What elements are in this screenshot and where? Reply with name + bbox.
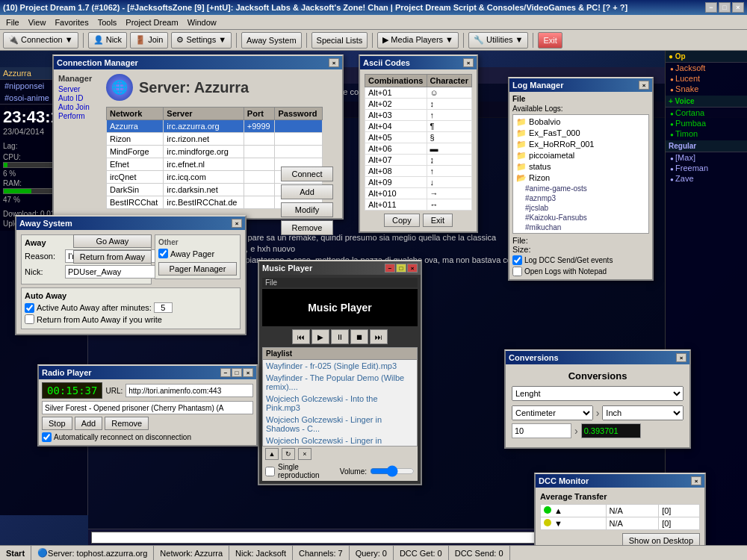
conv-to-select[interactable]: Inch Foot Mile bbox=[602, 405, 684, 420]
stop-button[interactable]: ⏹ bbox=[350, 329, 368, 344]
music-maximize[interactable]: □ bbox=[396, 264, 406, 273]
auto-away-minutes[interactable] bbox=[154, 302, 173, 313]
nick-button[interactable]: 👤 Nick bbox=[88, 32, 127, 49]
play-button[interactable]: ▶ bbox=[311, 329, 329, 344]
playlist-item-2[interactable]: Wojciech Golczewski - Into the Pink.mp3 bbox=[263, 393, 417, 414]
remove-button[interactable]: Remove bbox=[281, 220, 333, 235]
user-freeman[interactable]: Freeman bbox=[666, 163, 747, 173]
minimize-button[interactable]: − bbox=[705, 2, 717, 13]
return-auto-checkbox[interactable] bbox=[25, 314, 34, 324]
connection-button[interactable]: 🔌 Connection ▼ bbox=[3, 32, 78, 49]
connect-button[interactable]: Connect bbox=[281, 167, 333, 181]
ascii-row-010[interactable]: Alt+010→ bbox=[365, 188, 472, 199]
pause-button[interactable]: ⏸ bbox=[331, 329, 349, 344]
radio-close[interactable]: × bbox=[243, 368, 253, 377]
menu-view[interactable]: View bbox=[24, 16, 51, 28]
auto-join-label[interactable]: Auto Join bbox=[58, 103, 103, 111]
auto-reconnect-checkbox[interactable] bbox=[42, 432, 52, 442]
pager-manager-button[interactable]: Pager Manager bbox=[158, 262, 237, 276]
radio-remove-button[interactable]: Remove bbox=[105, 417, 149, 430]
radio-maximize[interactable]: □ bbox=[232, 368, 242, 377]
ascii-row-011[interactable]: Alt+011↔ bbox=[365, 199, 472, 211]
log-file-kaizoku[interactable]: #Kaizoku-Fansubs bbox=[515, 213, 647, 223]
conv-from-select[interactable]: Centimeter Meter Kilometer bbox=[512, 405, 593, 420]
menu-favorites[interactable]: Favorites bbox=[50, 16, 93, 28]
away-system-button[interactable]: Away System bbox=[241, 32, 301, 49]
conn-row-1[interactable]: Rizon irc.rizon.net bbox=[107, 133, 323, 146]
user-zave[interactable]: Zave bbox=[666, 173, 747, 184]
user-snake[interactable]: Snake bbox=[666, 84, 747, 94]
ascii-row-02[interactable]: Alt+02↕ bbox=[365, 99, 472, 110]
radio-stop-button[interactable]: Stop bbox=[42, 417, 72, 430]
playlist-up-button[interactable]: ▲ bbox=[265, 448, 279, 460]
radio-url-input[interactable] bbox=[125, 384, 253, 397]
ascii-row-04[interactable]: Alt+04¶ bbox=[365, 121, 472, 132]
media-players-button[interactable]: ▶ Media Players ▼ bbox=[377, 32, 459, 49]
maximize-button[interactable]: □ bbox=[719, 2, 731, 13]
add-button[interactable]: Add bbox=[281, 184, 333, 199]
playlist-refresh-button[interactable]: ↻ bbox=[282, 448, 295, 460]
log-file-mikuchan[interactable]: #mikuchan bbox=[515, 223, 647, 232]
folder-piccola[interactable]: 📁 piccoiametal bbox=[515, 150, 647, 161]
join-button[interactable]: 🚪 Join bbox=[130, 32, 168, 49]
dcc-close[interactable]: × bbox=[691, 476, 701, 485]
log-file-anime[interactable]: #anime-game-osts bbox=[515, 184, 647, 193]
user-timon[interactable]: Timon bbox=[666, 128, 747, 139]
close-button[interactable]: × bbox=[732, 2, 744, 13]
conv-close[interactable]: × bbox=[676, 353, 686, 362]
conn-manager-close[interactable]: × bbox=[329, 58, 339, 67]
user-pumbaa[interactable]: Pumbaa bbox=[666, 118, 747, 128]
volume-slider[interactable] bbox=[370, 467, 415, 475]
prev-button[interactable]: ⏮ bbox=[292, 329, 310, 344]
ascii-row-07[interactable]: Alt+07↨ bbox=[365, 155, 472, 166]
copy-button[interactable]: Copy bbox=[384, 214, 420, 227]
auto-id-label[interactable]: Auto ID bbox=[58, 94, 103, 102]
conn-row-2[interactable]: MindForge irc.mindforge.org bbox=[107, 146, 323, 158]
folder-exhorror[interactable]: 📁 Ex_HoRRoR_001 bbox=[515, 139, 647, 150]
radio-track-input[interactable] bbox=[42, 401, 253, 414]
ascii-row-09[interactable]: Alt+09↓ bbox=[365, 177, 472, 188]
return-from-away-button[interactable]: Return from Away bbox=[73, 250, 152, 264]
ascii-row-05[interactable]: Alt+05§ bbox=[365, 132, 472, 143]
perform-label[interactable]: Perform bbox=[58, 112, 103, 120]
ascii-row-01[interactable]: Alt+01☺ bbox=[365, 87, 472, 99]
conv-value-input[interactable] bbox=[512, 423, 571, 438]
radio-add-button[interactable]: Add bbox=[75, 417, 103, 430]
exit-button[interactable]: Exit bbox=[538, 32, 562, 49]
ascii-row-08[interactable]: Alt+08↑ bbox=[365, 166, 472, 177]
music-close[interactable]: × bbox=[407, 264, 418, 273]
playlist-item-4[interactable]: Wojciech Golczewski - Linger in Shadows … bbox=[263, 435, 417, 446]
menu-file[interactable]: File bbox=[1, 16, 24, 28]
menu-project-dream[interactable]: Project Dream bbox=[121, 16, 182, 28]
log-dcc-checkbox[interactable] bbox=[512, 255, 522, 265]
next-button[interactable]: ⏭ bbox=[370, 329, 388, 344]
ascii-row-03[interactable]: Alt+03↑ bbox=[365, 110, 472, 121]
log-close[interactable]: × bbox=[639, 81, 649, 90]
user-max[interactable]: [Max] bbox=[666, 152, 747, 163]
playlist-remove-button[interactable]: × bbox=[298, 448, 311, 460]
conn-row-0[interactable]: Azzurra irc.azzurra.org +9999 bbox=[107, 120, 323, 133]
radio-minimize[interactable]: − bbox=[220, 368, 231, 377]
utilities-button[interactable]: 🔧 Utilities ▼ bbox=[468, 32, 528, 49]
folder-bobalvio[interactable]: 📁 Bobalvio bbox=[515, 116, 647, 128]
single-rep-checkbox[interactable] bbox=[265, 467, 275, 476]
folder-exfast[interactable]: 📁 Ex_FasT_000 bbox=[515, 128, 647, 139]
folder-status[interactable]: 📁 status bbox=[515, 161, 647, 172]
log-file-news[interactable]: #news bbox=[515, 232, 647, 234]
folder-rizon[interactable]: 📂 Rizon bbox=[515, 172, 647, 184]
server-label[interactable]: Server bbox=[58, 85, 103, 93]
playlist-item-3[interactable]: Wojciech Golczewski - Linger in Shadows … bbox=[263, 414, 417, 435]
user-jacksoft[interactable]: Jacksoft bbox=[666, 63, 747, 73]
modify-button[interactable]: Modify bbox=[281, 202, 333, 217]
menu-window[interactable]: Window bbox=[183, 16, 221, 28]
settings-button[interactable]: ⚙ Settings ▼ bbox=[171, 32, 232, 49]
playlist-item-0[interactable]: Wayfinder - fr-025 (Single Edit).mp3 bbox=[263, 360, 417, 372]
music-file-menu[interactable]: File bbox=[265, 279, 277, 287]
auto-away-checkbox[interactable] bbox=[25, 303, 34, 313]
go-away-button[interactable]: Go Away bbox=[73, 234, 152, 248]
log-file-aznmp3[interactable]: #aznmp3 bbox=[515, 193, 647, 203]
ascii-row-06[interactable]: Alt+06▬ bbox=[365, 143, 472, 155]
log-notepad-checkbox[interactable] bbox=[512, 267, 522, 276]
status-start[interactable]: Start bbox=[0, 546, 31, 560]
user-lucent[interactable]: Lucent bbox=[666, 73, 747, 84]
